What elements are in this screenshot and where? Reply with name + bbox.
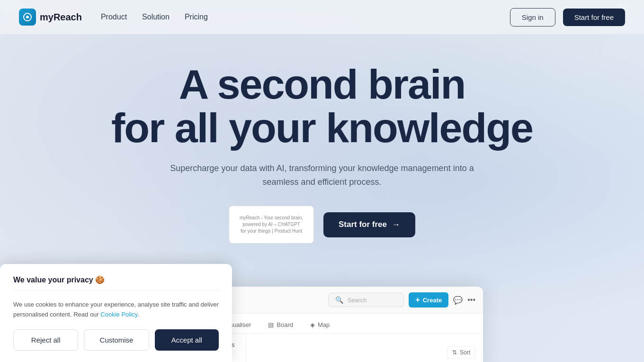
sort-icon: ⇅ (452, 349, 457, 356)
nav-solution[interactable]: Solution (142, 13, 170, 21)
create-button[interactable]: + Create (409, 292, 448, 308)
cookie-separator (13, 290, 219, 290)
app-main-area: ⇅ Sort (246, 334, 483, 362)
sign-in-button[interactable]: Sign in (510, 8, 555, 27)
plus-icon: + (415, 296, 420, 304)
accept-all-button[interactable]: Accept all (155, 329, 219, 351)
tab-map[interactable]: ◈ Map (303, 317, 337, 333)
hero-cta: myReach - Your second brain,powered by A… (0, 206, 644, 244)
nav-pricing[interactable]: Pricing (185, 13, 208, 21)
cookie-policy-link[interactable]: Cookie Policy (100, 311, 137, 318)
chat-icon-button[interactable]: 💬 (453, 296, 463, 305)
start-free-button[interactable]: Start for free (563, 9, 625, 26)
app-header-actions: 🔍 Search + Create 💬 ••• (328, 292, 475, 308)
cookie-policy-label: Cookie Policy (100, 311, 137, 318)
reject-all-button[interactable]: Reject all (13, 329, 78, 351)
hero-subtitle: Supercharge your data with AI, transform… (156, 162, 488, 189)
svg-point-1 (26, 16, 29, 18)
sort-label: Sort (460, 349, 470, 356)
cookie-emoji: 🍪 (95, 276, 105, 284)
app-search-bar[interactable]: 🔍 Search (328, 293, 404, 307)
cookie-description: We use cookies to enhance your experienc… (13, 300, 219, 320)
nav-links: Product Solution Pricing (101, 13, 208, 21)
navbar: myReach Product Solution Pricing Sign in… (0, 0, 644, 34)
logo-text: myReach (40, 12, 82, 23)
search-icon: 🔍 (335, 296, 343, 304)
create-label: Create (423, 297, 442, 304)
cookie-title-text: We value your privacy (13, 276, 93, 284)
cookie-suffix: . (137, 311, 139, 318)
hero-start-label: Start for free (339, 220, 387, 229)
cookie-title: We value your privacy 🍪 (13, 275, 219, 284)
hero-start-button[interactable]: Start for free → (323, 212, 415, 237)
search-placeholder: Search (347, 297, 367, 304)
logo-icon (19, 9, 36, 26)
navbar-right: Sign in Start for free (510, 8, 625, 27)
product-hunt-badge[interactable]: myReach - Your second brain,powered by A… (229, 206, 314, 244)
nav-product[interactable]: Product (101, 13, 127, 21)
hero-section: A second brain for all your knowledge Su… (0, 34, 644, 244)
map-tab-icon: ◈ (310, 321, 315, 328)
customise-button[interactable]: Customise (84, 329, 149, 351)
hero-title-line2: for all your knowledge (62, 106, 582, 150)
arrow-icon: → (392, 220, 400, 230)
cookie-banner: We value your privacy 🍪 We use cookies t… (0, 264, 232, 362)
tab-board[interactable]: ▤ Board (260, 317, 301, 333)
hero-title: A second brain for all your knowledge (62, 63, 582, 150)
board-tab-label: Board (277, 321, 293, 328)
hero-title-line1: A second brain (62, 63, 582, 106)
logo[interactable]: myReach (19, 9, 82, 26)
sort-button[interactable]: ⇅ Sort (447, 346, 475, 359)
map-tab-label: Map (318, 321, 330, 328)
board-tab-icon: ▤ (268, 321, 274, 328)
navbar-left: myReach Product Solution Pricing (19, 9, 208, 26)
more-options-button[interactable]: ••• (467, 296, 475, 304)
product-hunt-text: myReach - Your second brain,powered by A… (240, 215, 303, 235)
cookie-buttons: Reject all Customise Accept all (13, 329, 219, 351)
